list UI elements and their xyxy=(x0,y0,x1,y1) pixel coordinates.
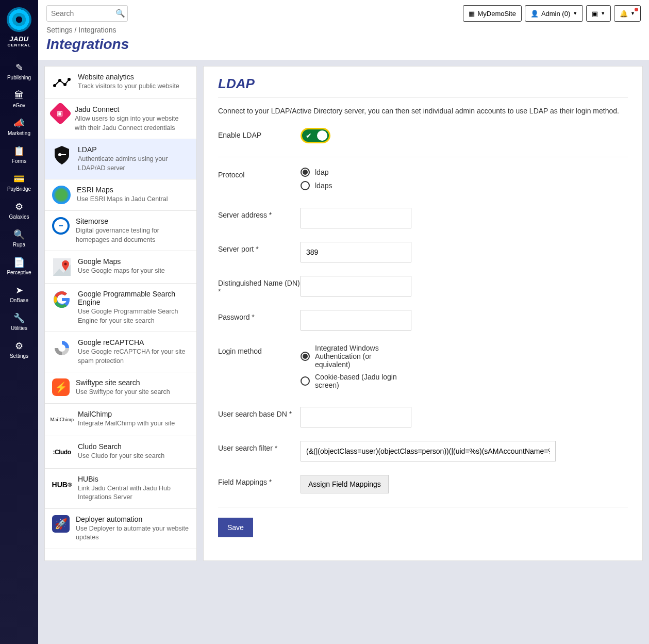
breadcrumb-root[interactable]: Settings xyxy=(46,26,73,34)
integration-item-mailchimp[interactable]: MailChimp MailChimpIntegrate MailChimp w… xyxy=(45,404,196,436)
server-port-input[interactable] xyxy=(301,242,411,262)
radio-icon xyxy=(301,181,310,190)
radio-icon xyxy=(301,168,310,177)
deployer-icon: 🚀 xyxy=(52,515,70,533)
panel-description: Connect to your LDAP/Active Directory se… xyxy=(218,106,628,117)
site-selector[interactable]: ▦MyDemoSite xyxy=(463,5,521,22)
label-password: Password xyxy=(218,310,301,321)
nav-publishing[interactable]: ✎Publishing xyxy=(0,57,38,85)
caret-down-icon: ▼ xyxy=(630,11,635,16)
integration-item-google-maps[interactable]: Google MapsUse Google maps for your site xyxy=(45,251,196,284)
primary-nav: JADU CENTRAL ✎Publishing 🏛eGov 📣Marketin… xyxy=(0,0,38,644)
ldap-settings-panel: LDAP Connect to your LDAP/Active Directo… xyxy=(203,66,643,561)
site-icon: ▦ xyxy=(469,10,475,18)
swiftype-icon: ⚡ xyxy=(52,378,70,396)
label-protocol: Protocol xyxy=(218,168,301,179)
logo-icon xyxy=(7,7,31,32)
admin-menu[interactable]: 👤Admin (0)▼ xyxy=(525,5,583,22)
card-icon: 💳 xyxy=(13,173,25,185)
brand-name: JADU xyxy=(9,35,28,43)
integration-item-google-search[interactable]: Google Programmable Search EngineUse Goo… xyxy=(45,284,196,332)
radio-icon xyxy=(301,376,310,386)
dn-input[interactable] xyxy=(301,276,411,296)
cludo-icon: :Cludo xyxy=(52,442,72,462)
caret-down-icon: ▼ xyxy=(601,11,605,16)
login-cookie-radio[interactable]: Cookie-based (Jadu login screen) xyxy=(301,373,409,389)
nav-perceptive[interactable]: 📄Perceptive xyxy=(0,252,38,279)
sitemap-icon: ⚙ xyxy=(13,201,25,212)
label-field-mappings: Field Mappings xyxy=(218,475,301,486)
integration-item-ldap[interactable]: LDAPAuthenticate admins using your LDAP/… xyxy=(45,139,196,179)
breadcrumb-current: Integrations xyxy=(78,26,116,34)
analytics-icon xyxy=(52,73,72,92)
connect-icon: ◈ xyxy=(48,102,72,125)
search-base-input[interactable] xyxy=(301,407,411,427)
recaptcha-icon xyxy=(52,338,72,358)
mailchimp-icon: MailChimp xyxy=(52,410,72,430)
building-icon: 🏛 xyxy=(13,90,25,101)
apps-icon: ▣ xyxy=(592,10,598,18)
topbar: 🔍 ▦MyDemoSite 👤Admin (0)▼ ▣▼ 🔔▼ xyxy=(38,0,649,22)
nav-egov[interactable]: 🏛eGov xyxy=(0,85,38,112)
search-filter-input[interactable] xyxy=(301,441,556,461)
integration-item-hubis[interactable]: HUB® HUBisLink Jadu Central with Jadu Hu… xyxy=(45,469,196,509)
shield-icon xyxy=(52,145,72,165)
password-input[interactable] xyxy=(301,310,411,331)
nav-paybridge[interactable]: 💳PayBridge xyxy=(0,168,38,196)
integration-item-sitemorse[interactable]: − SitemorseDigital governance testing fo… xyxy=(45,211,196,251)
page-title: Integrations xyxy=(38,36,649,60)
svg-rect-5 xyxy=(61,154,66,155)
google-icon xyxy=(52,290,72,309)
caret-down-icon: ▼ xyxy=(573,11,577,16)
radio-icon xyxy=(301,352,310,361)
search-icon: 🔍 xyxy=(13,229,25,240)
svg-point-7 xyxy=(64,263,67,266)
sitemorse-icon: − xyxy=(52,217,70,235)
search-icon: 🔍 xyxy=(115,9,125,18)
nav-marketing[interactable]: 📣Marketing xyxy=(0,112,38,140)
brand-logo[interactable]: JADU CENTRAL xyxy=(7,7,31,47)
integration-item-swiftype[interactable]: ⚡ Swiftype site searchUse Swiftype for y… xyxy=(45,372,196,404)
integration-item-deployer[interactable]: 🚀 Deployer automationUse Deployer to aut… xyxy=(45,509,196,549)
hubis-icon: HUB® xyxy=(52,475,72,494)
protocol-ldaps-radio[interactable]: ldaps xyxy=(301,181,556,190)
label-search-filter: User search filter xyxy=(218,441,301,452)
gmaps-icon xyxy=(52,257,72,277)
integration-item-esri[interactable]: ESRI MapsUse ESRI Maps in Jadu Central xyxy=(45,179,196,211)
notifications-menu[interactable]: 🔔▼ xyxy=(614,5,641,22)
label-login-method: Login method xyxy=(218,344,301,355)
login-iwa-radio[interactable]: Integrated Windows Authentication (or eq… xyxy=(301,344,409,369)
label-search-base: User search base DN xyxy=(218,407,301,418)
bullhorn-icon: 📣 xyxy=(13,118,25,129)
bell-icon: 🔔 xyxy=(620,10,628,18)
integration-item-recaptcha[interactable]: Google reCAPTCHAUse Google reCAPTCHA for… xyxy=(45,332,196,372)
server-address-input[interactable] xyxy=(301,208,411,228)
nav-galaxies[interactable]: ⚙Galaxies xyxy=(0,196,38,224)
save-button[interactable]: Save xyxy=(218,518,253,537)
wrench-icon: 🔧 xyxy=(13,312,25,324)
divider xyxy=(218,97,628,97)
search-button[interactable]: 🔍 xyxy=(112,5,128,22)
integration-item-analytics[interactable]: Website analyticsTrack visitors to your … xyxy=(45,67,196,99)
globe-icon xyxy=(52,186,71,204)
notification-dot xyxy=(635,8,638,11)
nav-settings[interactable]: ⚙Settings xyxy=(0,335,38,363)
check-icon: ✔ xyxy=(306,131,312,140)
integration-item-cludo[interactable]: :Cludo Cludo SearchUse Cludo for your si… xyxy=(45,436,196,469)
brand-subtitle: CENTRAL xyxy=(7,43,30,47)
assign-field-mappings-button[interactable]: Assign Field Mappings xyxy=(301,475,389,493)
clipboard-icon: 📋 xyxy=(13,145,25,157)
user-icon: 👤 xyxy=(530,10,539,18)
enable-ldap-toggle[interactable]: ✔ xyxy=(301,128,330,143)
integrations-list: Website analyticsTrack visitors to your … xyxy=(44,66,197,561)
nav-rupa[interactable]: 🔍Rupa xyxy=(0,224,38,252)
nav-utilities[interactable]: 🔧Utilities xyxy=(0,307,38,335)
label-server-port: Server port xyxy=(218,242,301,253)
nav-onbase[interactable]: ➤OnBase xyxy=(0,279,38,307)
nav-forms[interactable]: 📋Forms xyxy=(0,140,38,168)
apps-menu[interactable]: ▣▼ xyxy=(586,5,611,22)
panel-title: LDAP xyxy=(218,76,628,92)
integration-item-jadu-connect[interactable]: ◈ Jadu ConnectAllow users to sign into y… xyxy=(45,99,196,139)
protocol-ldap-radio[interactable]: ldap xyxy=(301,168,556,177)
copy-icon: 📄 xyxy=(13,257,25,268)
